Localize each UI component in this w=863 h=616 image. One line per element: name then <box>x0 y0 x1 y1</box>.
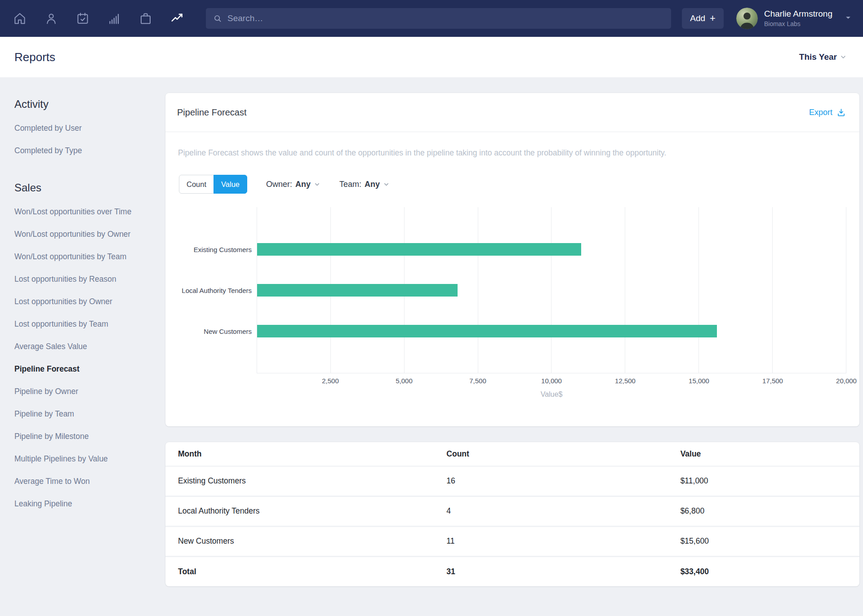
value-toggle-button[interactable]: Value <box>214 175 247 194</box>
chart-plot-area: Existing Customers Local Authority Tende… <box>257 207 846 373</box>
reports-sidebar: Activity Completed by User Completed by … <box>0 77 165 535</box>
sidebar-item-completed-by-user[interactable]: Completed by User <box>14 117 161 139</box>
x-tick: 12,500 <box>615 377 636 385</box>
count-toggle-button[interactable]: Count <box>179 175 214 194</box>
cases-icon[interactable] <box>138 11 153 26</box>
sidebar-item-lost-by-reason[interactable]: Lost opportunities by Reason <box>14 268 161 290</box>
chart-x-axis-label: Value$ <box>257 390 846 399</box>
table-header-row: Month Count Value <box>165 442 859 466</box>
cell-month: Local Authority Tenders <box>165 496 446 526</box>
sidebar-item-wonlost-over-time[interactable]: Won/Lost opportunities over Time <box>14 200 161 223</box>
card-title: Pipeline Forecast <box>177 107 247 118</box>
user-menu[interactable]: Charlie Armstrong Biomax Labs <box>736 8 852 29</box>
x-tick: 5,000 <box>396 377 413 385</box>
sidebar-item-completed-by-type[interactable]: Completed by Type <box>14 139 161 162</box>
avatar <box>736 8 758 29</box>
pipeline-forecast-card: Pipeline Forecast Export Pipeline Foreca… <box>165 93 859 426</box>
pipeline-trend-icon[interactable] <box>170 11 184 26</box>
owner-filter-dropdown[interactable]: Owner: Any <box>266 180 320 189</box>
team-filter-value: Any <box>365 180 380 189</box>
column-header-count: Count <box>446 442 680 466</box>
cell-total-label: Total <box>165 556 446 586</box>
primary-nav <box>13 11 184 26</box>
navbar-right: Add + <box>682 8 852 29</box>
cell-total-count: 31 <box>446 556 680 586</box>
x-tick: 2,500 <box>322 377 339 385</box>
download-icon <box>836 108 846 117</box>
user-org: Biomax Labs <box>764 20 832 28</box>
page-header: Reports This Year <box>0 37 863 77</box>
main-panel: Pipeline Forecast Export Pipeline Foreca… <box>165 93 859 586</box>
user-meta: Charlie Armstrong Biomax Labs <box>764 9 832 28</box>
cell-value: $15,600 <box>681 526 859 556</box>
chevron-down-icon <box>314 181 320 188</box>
sidebar-item-pipeline-by-owner[interactable]: Pipeline by Owner <box>14 380 161 403</box>
table-row: Local Authority Tenders 4 $6,800 <box>165 496 859 526</box>
top-navbar: Add + <box>0 0 863 37</box>
calendar-tasks-icon[interactable] <box>76 11 90 26</box>
chart-category-label: Existing Customers <box>194 246 252 253</box>
export-label: Export <box>809 108 832 117</box>
table-row: Existing Customers 16 $11,000 <box>165 466 859 496</box>
home-icon[interactable] <box>13 11 27 26</box>
sidebar-item-lost-by-team[interactable]: Lost opportunities by Team <box>14 313 161 335</box>
plus-icon: + <box>710 13 716 23</box>
search-icon <box>213 14 222 23</box>
cell-value: $6,800 <box>681 496 859 526</box>
chart-category-label: Local Authority Tenders <box>182 287 252 294</box>
add-button[interactable]: Add + <box>682 8 724 29</box>
user-name: Charlie Armstrong <box>764 9 832 19</box>
cell-count: 11 <box>446 526 680 556</box>
sidebar-item-lost-by-owner[interactable]: Lost opportunities by Owner <box>14 290 161 313</box>
sidebar-item-average-sales-value[interactable]: Average Sales Value <box>14 335 161 358</box>
pipeline-forecast-table: Month Count Value Existing Customers 16 … <box>165 442 859 586</box>
period-label: This Year <box>799 52 837 62</box>
chart-bar-row: New Customers <box>257 325 846 337</box>
count-value-toggle: Count Value <box>179 175 247 194</box>
team-filter-label: Team: <box>339 180 361 189</box>
sidebar-item-leaking-pipeline[interactable]: Leaking Pipeline <box>14 492 161 515</box>
sidebar-item-wonlost-by-owner[interactable]: Won/Lost opportunities by Owner <box>14 223 161 245</box>
team-filter-dropdown[interactable]: Team: Any <box>339 180 390 189</box>
sales-report-list: Won/Lost opportunities over Time Won/Los… <box>14 200 161 515</box>
cell-count: 16 <box>446 466 680 496</box>
x-tick: 7,500 <box>469 377 486 385</box>
chevron-down-icon[interactable] <box>844 13 852 23</box>
chart-category-label: New Customers <box>204 328 252 335</box>
pipeline-forecast-table-card: Month Count Value Existing Customers 16 … <box>165 442 859 586</box>
sidebar-item-pipeline-forecast[interactable]: Pipeline Forecast <box>14 358 161 380</box>
sidebar-item-multiple-pipelines-by-value[interactable]: Multiple Pipelines by Value <box>14 448 161 470</box>
add-button-label: Add <box>690 13 705 23</box>
sidebar-item-average-time-to-won[interactable]: Average Time to Won <box>14 470 161 492</box>
cell-count: 4 <box>446 496 680 526</box>
cell-total-value: $33,400 <box>681 556 859 586</box>
sidebar-item-wonlost-by-team[interactable]: Won/Lost opportunities by Team <box>14 245 161 268</box>
activity-report-list: Completed by User Completed by Type <box>14 117 161 162</box>
bar-chart-icon[interactable] <box>107 11 121 26</box>
column-header-month: Month <box>165 442 446 466</box>
x-tick: 20,000 <box>836 377 857 385</box>
period-dropdown[interactable]: This Year <box>799 52 847 62</box>
chart-bar-existing-customers <box>257 243 581 256</box>
owner-filter-label: Owner: <box>266 180 292 189</box>
column-header-value: Value <box>681 442 859 466</box>
cell-month: New Customers <box>165 526 446 556</box>
x-tick: 15,000 <box>689 377 709 385</box>
chevron-down-icon <box>840 53 847 61</box>
card-header: Pipeline Forecast Export <box>165 93 859 132</box>
chart-bar-row: Local Authority Tenders <box>257 284 846 297</box>
table-row: New Customers 11 $15,600 <box>165 526 859 556</box>
search-input[interactable] <box>227 13 664 23</box>
global-search <box>206 8 671 29</box>
people-icon[interactable] <box>44 11 58 26</box>
chart-bar-local-authority-tenders <box>257 284 458 297</box>
sidebar-item-pipeline-by-milestone[interactable]: Pipeline by Milestone <box>14 425 161 448</box>
chevron-down-icon <box>383 181 390 188</box>
x-tick: 17,500 <box>762 377 783 385</box>
sidebar-item-pipeline-by-team[interactable]: Pipeline by Team <box>14 403 161 425</box>
owner-filter-value: Any <box>295 180 311 189</box>
pipeline-forecast-chart: Existing Customers Local Authority Tende… <box>178 207 846 399</box>
content: Activity Completed by User Completed by … <box>0 77 863 586</box>
export-button[interactable]: Export <box>809 108 846 117</box>
page-title: Reports <box>14 50 55 64</box>
